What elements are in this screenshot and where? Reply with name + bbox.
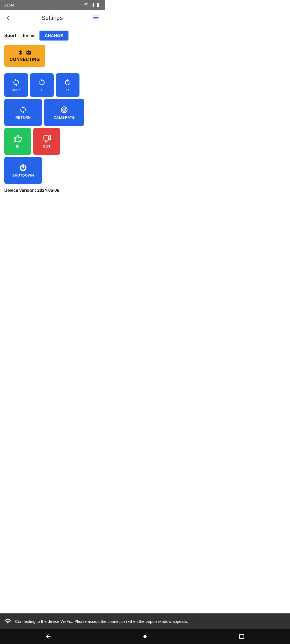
sport-row: Sport: Tennis CHANGE	[4, 31, 100, 41]
device-version-label: Device version:	[4, 188, 36, 193]
page-title: Settings	[41, 14, 63, 21]
rotate-l-icon	[38, 78, 46, 86]
btn-row-3: IN OUT	[4, 128, 100, 155]
rotate-180-button[interactable]: 180°	[4, 73, 28, 97]
top-bar: Settings	[0, 10, 105, 26]
svg-rect-4	[28, 50, 29, 51]
thumbsup-icon	[14, 135, 22, 143]
rotate-180-label: 180°	[12, 88, 20, 92]
status-icons	[84, 2, 100, 7]
rotate-r-icon	[64, 78, 72, 86]
connecting-box: CONNECTING	[4, 45, 45, 67]
bluetooth-icon	[18, 50, 24, 56]
shutdown-label: SHUTDOWN	[12, 173, 34, 177]
out-button[interactable]: OUT	[33, 128, 60, 155]
sport-value: Tennis	[22, 33, 35, 38]
rotate-l-label: L	[41, 88, 43, 92]
device-version: Device version: 2024-06-06	[4, 188, 100, 193]
main-content: Sport: Tennis CHANGE CONNECTING	[0, 26, 105, 232]
device-icon	[26, 50, 32, 56]
device-version-value: 2024-06-06	[37, 188, 59, 193]
svg-rect-2	[29, 52, 31, 53]
return-icon	[19, 106, 27, 114]
rotate-180-icon	[12, 78, 20, 86]
hamburger-icon	[92, 14, 99, 21]
back-arrow-icon	[5, 15, 12, 21]
status-time: 21:44	[4, 3, 15, 7]
rotate-l-button[interactable]: L	[30, 73, 54, 97]
rotate-r-label: R	[66, 88, 69, 92]
power-icon	[19, 164, 27, 172]
calibrate-button[interactable]: CALIBRATE	[44, 99, 84, 126]
btn-row-1: 180° L R	[4, 73, 100, 97]
return-label: RETURN	[15, 115, 31, 119]
in-label: IN	[16, 144, 20, 148]
shutdown-button[interactable]: SHUTDOWN	[4, 157, 42, 184]
menu-button[interactable]	[91, 13, 100, 23]
connecting-text: CONNECTING	[10, 57, 40, 62]
btn-row-2: RETURN CALIBRATE	[4, 99, 100, 126]
svg-point-9	[64, 109, 65, 110]
status-bar: 21:44	[0, 0, 105, 10]
out-label: OUT	[43, 144, 51, 148]
signal-icon	[90, 2, 95, 7]
calibrate-icon	[60, 106, 68, 114]
connecting-icons	[18, 50, 32, 56]
return-button[interactable]: RETURN	[4, 99, 42, 126]
btn-row-4: SHUTDOWN	[4, 157, 100, 184]
wifi-icon	[84, 2, 89, 7]
back-button[interactable]	[4, 14, 13, 22]
battery-icon	[96, 2, 100, 7]
svg-rect-1	[27, 52, 28, 53]
controls-section: 180° L R RETURN	[4, 73, 100, 184]
thumbsdown-icon	[43, 135, 51, 143]
calibrate-label: CALIBRATE	[54, 115, 75, 119]
rotate-r-button[interactable]: R	[56, 73, 79, 97]
in-button[interactable]: IN	[4, 128, 31, 155]
sport-label: Sport:	[4, 33, 18, 38]
change-sport-button[interactable]: CHANGE	[39, 31, 68, 41]
